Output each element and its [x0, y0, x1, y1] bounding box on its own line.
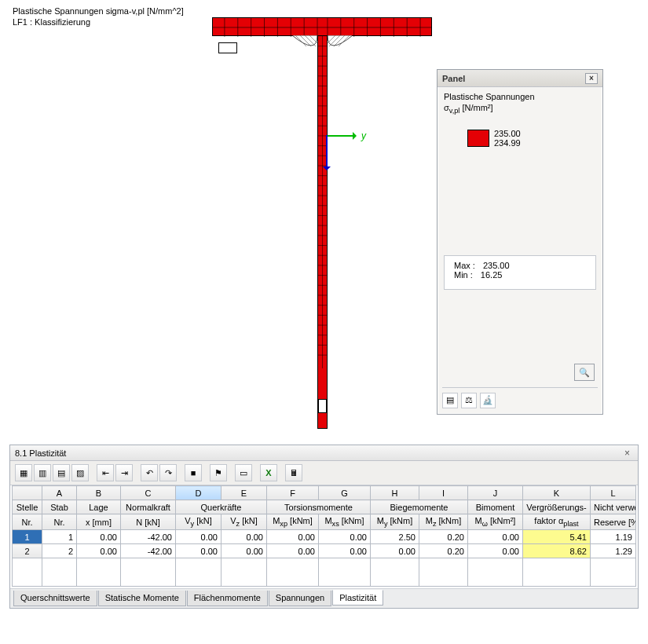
- cell[interactable]: 1.19: [591, 530, 636, 544]
- h-torsion: Torsionsmomente: [267, 500, 371, 514]
- pane-header[interactable]: 8.1 Plastizität ×: [10, 445, 638, 461]
- sh-Vz: Vz [kN]: [221, 514, 267, 530]
- tab-querschnittswerte[interactable]: Querschnittswerte: [13, 591, 97, 606]
- col-letter[interactable]: E: [221, 486, 267, 500]
- cell[interactable]: -42.00: [121, 530, 176, 544]
- tb-calc[interactable]: 🖩: [285, 464, 302, 481]
- cross-section-figure: [212, 17, 432, 426]
- viewport-title-line1: Plastische Spannungen sigma-v,pl [N/mm^2…: [13, 6, 184, 16]
- tab-statische-momente[interactable]: Statische Momente: [98, 591, 186, 606]
- tb-grid4[interactable]: ▨: [71, 464, 89, 481]
- sh-Vy: Vy [kN]: [176, 514, 221, 530]
- web: [317, 36, 328, 429]
- tb-undo[interactable]: ↶: [141, 464, 158, 481]
- group-header-row: Stelle Stab Lage Normalkraft Querkräfte …: [13, 500, 636, 514]
- tb-color[interactable]: ■: [185, 464, 202, 481]
- cell[interactable]: 2.50: [371, 530, 419, 544]
- tb-grid1[interactable]: ▦: [15, 464, 32, 481]
- row-header[interactable]: 2: [13, 544, 42, 558]
- sh-stab-nr: Nr.: [42, 514, 77, 530]
- cell[interactable]: 2: [42, 544, 77, 558]
- pane-close-button[interactable]: ×: [621, 448, 633, 459]
- max-value: 235.00: [483, 261, 510, 270]
- nav-first-icon: ⇤: [102, 468, 109, 478]
- cell[interactable]: 0.20: [419, 530, 468, 544]
- cell[interactable]: 0.00: [267, 530, 319, 544]
- col-letter-selected[interactable]: D: [176, 486, 221, 500]
- cell[interactable]: 0.20: [419, 544, 468, 558]
- grid-icon: ▤: [57, 468, 65, 478]
- col-letter[interactable]: G: [319, 486, 371, 500]
- undo-icon: ↶: [146, 468, 153, 478]
- tb-sheet[interactable]: ▭: [235, 464, 252, 481]
- cell[interactable]: 0.00: [468, 544, 523, 558]
- tab-plastizitaet[interactable]: Plastizität: [332, 590, 383, 606]
- panel-zoom-button[interactable]: 🔍: [574, 364, 595, 381]
- cell[interactable]: 0.00: [176, 544, 221, 558]
- flag-icon: ⚑: [214, 468, 222, 478]
- col-letter[interactable]: C: [121, 486, 176, 500]
- tab-spannungen[interactable]: Spannungen: [269, 591, 331, 606]
- cell[interactable]: 0.00: [77, 544, 121, 558]
- pane-title: 8.1 Plastizität: [15, 448, 66, 458]
- h-querkraefte: Querkräfte: [176, 500, 267, 514]
- cell[interactable]: -42.00: [121, 544, 176, 558]
- cutout-flange: [218, 42, 237, 53]
- cell[interactable]: 0.00: [221, 544, 267, 558]
- col-letter[interactable]: A: [42, 486, 77, 500]
- h-reserve: Nicht verwendete: [591, 500, 636, 514]
- table-row[interactable]: 2 2 0.00 -42.00 0.00 0.00 0.00 0.00 0.00…: [13, 544, 636, 558]
- legend-value-high: 235.00: [494, 129, 521, 138]
- cell[interactable]: 0.00: [468, 530, 523, 544]
- panel-close-button[interactable]: ×: [585, 73, 598, 84]
- col-letter[interactable]: J: [468, 486, 523, 500]
- tb-redo[interactable]: ↷: [159, 464, 177, 481]
- col-letter[interactable]: K: [523, 486, 591, 500]
- table-row[interactable]: 1 1 0.00 -42.00 0.00 0.00 0.00 0.00 2.50…: [13, 530, 636, 544]
- panel-header[interactable]: Panel ×: [437, 70, 602, 87]
- col-letter[interactable]: H: [371, 486, 419, 500]
- col-letter[interactable]: [13, 486, 42, 500]
- magnifier-icon: 🔍: [579, 368, 590, 378]
- color-scale-button[interactable]: ▤: [442, 393, 458, 408]
- cell[interactable]: 0.00: [371, 544, 419, 558]
- col-letter[interactable]: L: [591, 486, 636, 500]
- fillet-left: [292, 35, 317, 56]
- sh-My: My [kNm]: [371, 514, 419, 530]
- cell[interactable]: 0.00: [176, 530, 221, 544]
- cell[interactable]: 0.00: [319, 544, 371, 558]
- sub-header-row: Nr. Nr. x [mm] N [kN] Vy [kN] Vz [kN] Mx…: [13, 514, 636, 530]
- legend-panel[interactable]: Panel × Plastische Spannungen σv,pl [N/m…: [437, 69, 603, 415]
- cell[interactable]: 0.00: [221, 530, 267, 544]
- tb-nav-first[interactable]: ⇤: [97, 464, 114, 481]
- min-value: 16.25: [481, 270, 503, 280]
- tb-nav-last[interactable]: ⇥: [115, 464, 133, 481]
- redo-icon: ↷: [165, 468, 172, 478]
- tb-grid3[interactable]: ▤: [53, 464, 70, 481]
- rainbow-icon: ▤: [446, 395, 454, 405]
- cell[interactable]: 0.00: [77, 530, 121, 544]
- cell-highlight[interactable]: 8.62: [523, 544, 591, 558]
- col-letter[interactable]: F: [267, 486, 319, 500]
- col-letter[interactable]: B: [77, 486, 121, 500]
- nav-last-icon: ⇥: [121, 468, 128, 478]
- row-header-selected[interactable]: 1: [13, 530, 42, 544]
- cell[interactable]: 1.29: [591, 544, 636, 558]
- tb-grid2[interactable]: ▥: [34, 464, 51, 481]
- microscope-button[interactable]: 🔬: [480, 393, 496, 408]
- tab-flaechenmomente[interactable]: Flächenmomente: [187, 591, 268, 606]
- col-letter[interactable]: I: [419, 486, 468, 500]
- pane-toolbar: ▦ ▥ ▤ ▨ ⇤ ⇥ ↶ ↷ ■ ⚑ ▭ X 🖩: [10, 461, 638, 485]
- pane-tabs: Querschnittswerte Statische Momente Fläc…: [10, 588, 638, 608]
- results-table[interactable]: A B C D E F G H I J K L Stelle Stab Lage: [12, 485, 636, 587]
- cell[interactable]: 0.00: [267, 544, 319, 558]
- cell[interactable]: 1: [42, 530, 77, 544]
- cell-highlight[interactable]: 5.41: [523, 530, 591, 544]
- tb-excel[interactable]: X: [260, 464, 277, 481]
- balance-button[interactable]: ⚖: [461, 393, 477, 408]
- cell[interactable]: 0.00: [319, 530, 371, 544]
- column-letter-row: A B C D E F G H I J K L: [13, 486, 636, 500]
- viewport-3d[interactable]: Plastische Spannungen sigma-v,pl [N/mm^2…: [0, 0, 648, 440]
- tb-flag[interactable]: ⚑: [210, 464, 227, 481]
- sh-N: N [kN]: [121, 514, 176, 530]
